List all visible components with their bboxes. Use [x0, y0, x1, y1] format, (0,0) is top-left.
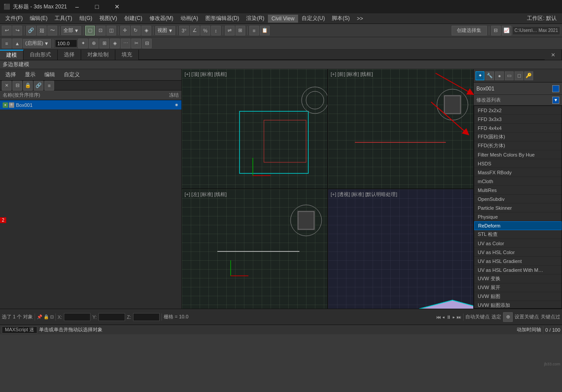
modifier-item-13[interactable]: ReDeform: [474, 221, 562, 230]
panel-tab-edit[interactable]: 编辑: [41, 70, 59, 79]
add-time-button[interactable]: ⊕: [503, 312, 513, 322]
y-input[interactable]: [98, 313, 125, 321]
panel-icon-filter[interactable]: ⊟: [12, 81, 22, 90]
viewport-left[interactable]: [+] [左] [标准] [线框]: [182, 189, 327, 309]
select-region-button[interactable]: ⊡: [96, 26, 106, 35]
panel-icon-link[interactable]: 🔗: [34, 81, 43, 90]
z-input[interactable]: [133, 313, 160, 321]
tab-object-paint[interactable]: 对象绘制: [81, 50, 115, 60]
modifier-item-17[interactable]: UV as HSL Gradient: [474, 257, 562, 266]
modifier-item-20[interactable]: UVW 展开: [474, 283, 562, 292]
scale-button[interactable]: ◈: [141, 26, 151, 35]
menu-view[interactable]: 视图(V): [96, 14, 121, 23]
tab-freeform[interactable]: 自由形式: [24, 50, 58, 60]
layer-icon2[interactable]: ▲: [12, 39, 22, 48]
viewport-top[interactable]: [+] [顶] [标准] [线框]: [182, 69, 327, 188]
unlink-button[interactable]: ⛓: [37, 26, 47, 35]
panel-icon-x[interactable]: ✕: [2, 81, 12, 90]
tab-close[interactable]: ✕: [545, 50, 562, 60]
spinner-snap-button[interactable]: ↕: [211, 26, 221, 35]
angle-snap-button[interactable]: ∠: [190, 26, 200, 35]
workspace-selector[interactable]: 工作区: 默认: [523, 14, 560, 23]
hierarchy-tab-icon[interactable]: ●: [495, 71, 504, 80]
scene-explorer-button[interactable]: 📋: [260, 26, 270, 35]
tab-modeling[interactable]: 建模: [0, 50, 24, 60]
redo-button[interactable]: ↪: [12, 26, 22, 35]
modifier-item-0[interactable]: FFD 2x2x2: [474, 106, 562, 115]
object-color-swatch[interactable]: [552, 85, 559, 92]
move-button[interactable]: ✛: [120, 26, 130, 35]
panel-tab-select[interactable]: 选择: [2, 70, 20, 79]
modifier-item-11[interactable]: Particle Skinner: [474, 204, 562, 212]
t2-btn7[interactable]: ⊟: [142, 39, 152, 48]
modifier-item-8[interactable]: mCloth: [474, 177, 562, 186]
snap-3d-button[interactable]: 3°: [179, 26, 189, 35]
panel-tab-display[interactable]: 显示: [21, 70, 39, 79]
modifier-item-3[interactable]: FFD(圆柱体): [474, 133, 562, 141]
select-object-button[interactable]: ▢: [85, 26, 95, 35]
selection-filter-dropdown[interactable]: 全部 ▼: [61, 26, 81, 35]
layers-button[interactable]: ≡: [249, 26, 259, 35]
menu-graph-editor[interactable]: 图形编辑器(D): [202, 14, 243, 23]
modifier-item-7[interactable]: MassFX RBody: [474, 168, 562, 177]
tab-populate[interactable]: 填充: [115, 50, 139, 60]
percent-snap-button[interactable]: %: [200, 26, 210, 35]
modifier-item-14[interactable]: STL 检查: [474, 230, 562, 239]
mirror-button[interactable]: ⇌: [225, 26, 235, 35]
modifier-item-18[interactable]: UV as HSL Gradient With M…: [474, 266, 562, 274]
layer-icon[interactable]: ≡: [2, 39, 12, 48]
modifier-item-4[interactable]: FFD(长方体): [474, 141, 562, 150]
menu-civil-view[interactable]: Civil View: [268, 15, 298, 23]
modifier-item-5[interactable]: Filter Mesh Colors By Hue: [474, 150, 562, 159]
curve-editor-button[interactable]: 📈: [502, 26, 511, 35]
motion-tab-icon[interactable]: ▭: [505, 71, 514, 80]
tab-selection[interactable]: 选择: [58, 50, 81, 60]
menu-customize[interactable]: 自定义(U): [298, 14, 329, 23]
link-button[interactable]: 🔗: [26, 26, 36, 35]
panel-icon-lock[interactable]: 🔒: [23, 81, 33, 90]
list-item[interactable]: ● 👁 Box001 ⁕: [0, 100, 181, 110]
menu-create[interactable]: 创建(C): [121, 14, 146, 23]
panel-tab-customize[interactable]: 自定义: [60, 70, 83, 79]
menu-script[interactable]: 脚本(S): [328, 14, 353, 23]
t2-btn5[interactable]: ⋯: [121, 39, 130, 48]
schematic-button[interactable]: ⊟: [491, 26, 501, 35]
display-tab-icon[interactable]: ◻: [515, 71, 523, 80]
t2-btn2[interactable]: ⊕: [89, 39, 98, 48]
modifier-item-22[interactable]: UVW 贴图添加: [474, 301, 562, 309]
x-input[interactable]: [64, 313, 90, 321]
maximize-button[interactable]: □: [87, 0, 107, 13]
modifier-item-19[interactable]: UVW 变换: [474, 274, 562, 283]
modify-tab-icon[interactable]: 🔧: [485, 71, 494, 80]
t2-btn3[interactable]: ⊞: [99, 39, 109, 48]
view-dropdown[interactable]: 视图 ▼: [155, 26, 175, 35]
modifier-item-12[interactable]: Physique: [474, 212, 562, 221]
undo-button[interactable]: ↩: [2, 26, 12, 35]
viewport-front[interactable]: [+] [前] [标准] [线框]: [328, 69, 474, 188]
modifier-item-10[interactable]: OpenSubdiv: [474, 195, 562, 204]
minimize-button[interactable]: –: [67, 0, 87, 13]
layer-dropdown[interactable]: (启用层) ▼: [23, 39, 51, 48]
value-display[interactable]: 100.0: [55, 39, 77, 47]
t2-btn1[interactable]: ✦: [78, 39, 88, 48]
modifier-item-16[interactable]: UV as HSL Color: [474, 248, 562, 257]
modifier-item-1[interactable]: FFD 3x3x3: [474, 115, 562, 124]
t2-btn6[interactable]: ✂: [131, 39, 141, 48]
panel-icon-layers[interactable]: ≡: [44, 81, 54, 90]
viewport-perspective[interactable]: [+] [透视] [标准] [默认明暗处理]: [328, 189, 474, 309]
menu-group[interactable]: 组(G): [76, 14, 96, 23]
maxscript-button[interactable]: MAXScript 迷: [2, 326, 37, 333]
menu-tools[interactable]: 工具(T): [51, 14, 75, 23]
rotate-button[interactable]: ↻: [131, 26, 141, 35]
modifier-item-15[interactable]: UV as Color: [474, 239, 562, 248]
utilities-tab-icon[interactable]: 🔑: [524, 71, 533, 80]
menu-animation[interactable]: 动画(A): [177, 14, 202, 23]
menu-file[interactable]: 文件(F): [2, 14, 26, 23]
modifier-dropdown-button[interactable]: ▼: [552, 97, 559, 104]
align-button[interactable]: ⊞: [236, 26, 245, 35]
modifier-item-9[interactable]: MultiRes: [474, 186, 562, 195]
menu-more[interactable]: >>: [353, 15, 366, 23]
modifier-item-21[interactable]: UVW 贴图: [474, 292, 562, 301]
modifier-item-6[interactable]: HSDS: [474, 159, 562, 168]
menu-render[interactable]: 渲染(R): [243, 14, 268, 23]
